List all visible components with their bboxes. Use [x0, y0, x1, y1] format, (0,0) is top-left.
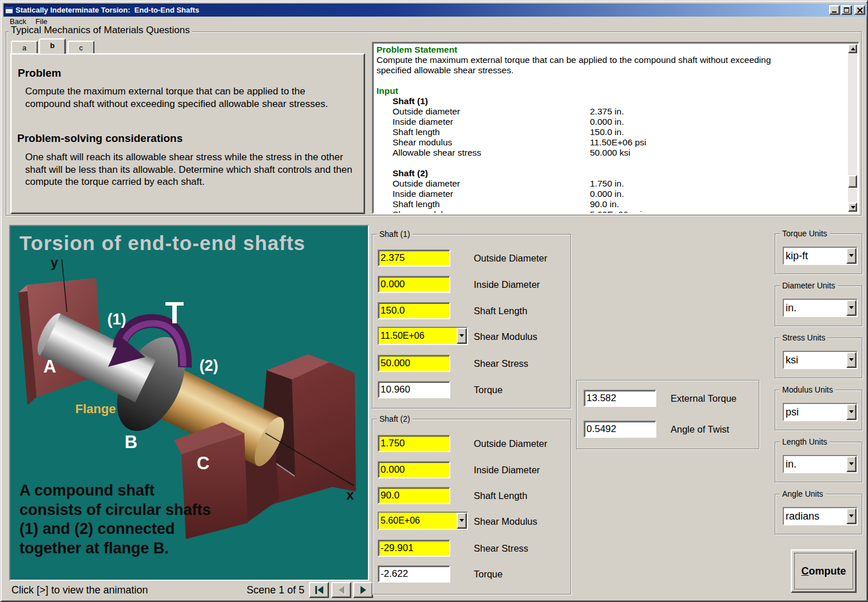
- shaft1-torque-input[interactable]: [378, 381, 450, 398]
- statement-shaft2-heading: Shaft (2): [393, 168, 834, 179]
- statement-row: Shaft length90.0 in.: [393, 199, 834, 209]
- shaft1-inside-diameter-input[interactable]: [378, 276, 450, 293]
- previous-scene-icon: [339, 586, 344, 594]
- stress-units-dropdown-button[interactable]: [846, 352, 857, 368]
- animation-bar: Click [>] to view the animation Scene 1 …: [9, 581, 369, 600]
- shaft2-inside-diameter-input[interactable]: [378, 461, 450, 478]
- maximize-button[interactable]: [841, 5, 852, 15]
- shaft2-length-label: Shaft Length: [474, 490, 528, 501]
- next-scene-button[interactable]: [353, 582, 373, 598]
- shaft1-shear-modulus-input[interactable]: [379, 328, 457, 344]
- row-value: 90.0 in.: [590, 199, 619, 209]
- shaft2-shear-modulus-dropdown-button[interactable]: [457, 513, 467, 529]
- shaft2-torque-input[interactable]: [378, 565, 450, 583]
- modulus-units-title: Modulus Units: [780, 385, 835, 394]
- tab-c[interactable]: c: [68, 41, 94, 54]
- modulus-units-input[interactable]: [784, 404, 846, 420]
- row-label: Outside diameter: [393, 106, 460, 116]
- shaft1-shear-stress-input[interactable]: [378, 355, 450, 372]
- angle-units-groupbox: Angle Units: [775, 494, 862, 534]
- minimize-icon: [832, 11, 837, 13]
- row-label: Shear modulus: [393, 137, 452, 147]
- torque-units-input[interactable]: [784, 248, 846, 264]
- length-units-input[interactable]: [784, 456, 846, 472]
- row-value: 0.000 in.: [590, 117, 624, 127]
- compute-button[interactable]: Compute: [791, 549, 857, 593]
- shaft1-torque-label: Torque: [474, 385, 502, 395]
- illustration-title: Torsion of end-to-end shafts: [19, 232, 306, 255]
- modulus-units-dropdown-button[interactable]: [846, 404, 857, 420]
- external-torque-input[interactable]: [584, 390, 656, 407]
- next-scene-icon: [360, 586, 366, 594]
- modulus-units-combo[interactable]: [783, 403, 858, 421]
- row-label: Shear modulus: [393, 209, 452, 214]
- chevron-down-icon: [849, 254, 854, 257]
- titlebar[interactable]: Statically Indeterminate Torsion: End-to…: [3, 3, 867, 17]
- questions-group-title: Typical Mechanics of Materials Questions: [9, 26, 192, 35]
- chevron-down-icon: [849, 306, 854, 309]
- compute-label-accelerator: C: [802, 565, 809, 577]
- considerations-heading: Problem-solving considerations: [17, 132, 183, 145]
- length-units-dropdown-button[interactable]: [846, 456, 857, 472]
- torque-units-dropdown-button[interactable]: [846, 248, 857, 264]
- shaft2-shear-modulus-input[interactable]: [379, 513, 457, 529]
- angle-units-input[interactable]: [784, 508, 846, 524]
- shaft1-shear-stress-label: Shear Stress: [474, 358, 528, 369]
- row-label: Allowable shear stress: [393, 148, 481, 157]
- shaft2-shear-modulus-combo[interactable]: [378, 512, 468, 530]
- chevron-down-icon: [849, 410, 854, 413]
- row-label: Shaft length: [393, 127, 440, 137]
- diameter-units-combo[interactable]: [783, 299, 858, 317]
- label-flange: Flange: [76, 402, 116, 416]
- close-icon: [857, 7, 862, 13]
- scroll-thumb[interactable]: [848, 175, 857, 188]
- stress-units-combo[interactable]: [783, 351, 858, 369]
- statement-scrollbar[interactable]: [848, 44, 857, 212]
- row-value: 50.000 ksi: [590, 148, 631, 158]
- tab-a[interactable]: a: [11, 41, 38, 54]
- length-units-combo[interactable]: [783, 455, 858, 473]
- tab-b[interactable]: b: [39, 38, 66, 54]
- arrow-up-icon: [851, 47, 855, 50]
- angle-units-combo[interactable]: [783, 507, 858, 525]
- previous-scene-button[interactable]: [331, 582, 351, 598]
- length-units-title: Length Units: [780, 437, 830, 446]
- chevron-down-icon: [849, 514, 854, 517]
- row-value: 2.375 in.: [590, 106, 624, 117]
- shaft2-shear-modulus-label: Shear Modulus: [474, 516, 537, 527]
- problem-statement-box[interactable]: Problem Statement Compute the maximum ex…: [372, 42, 859, 214]
- scroll-down-button[interactable]: [848, 203, 857, 212]
- torque-units-combo[interactable]: [783, 247, 858, 265]
- first-scene-button[interactable]: [309, 582, 329, 598]
- statement-heading: Problem Statement: [376, 45, 834, 55]
- app-icon: [5, 7, 13, 14]
- angle-units-dropdown-button[interactable]: [846, 508, 857, 524]
- problem-text: Compute the maximum external torque that…: [25, 85, 337, 110]
- results-groupbox: External Torque Angle of Twist: [576, 380, 759, 449]
- shaft1-shear-modulus-dropdown-button[interactable]: [457, 328, 467, 344]
- chevron-down-icon: [459, 519, 464, 522]
- shaft2-length-input[interactable]: [378, 487, 450, 504]
- close-button[interactable]: [854, 5, 865, 15]
- label-shaft-2: (2): [200, 357, 219, 374]
- stress-units-input[interactable]: [784, 352, 846, 368]
- shaft1-shear-modulus-label: Shear Modulus: [474, 331, 537, 342]
- angle-of-twist-input[interactable]: [584, 421, 656, 438]
- stress-units-title: Stress Units: [780, 333, 827, 342]
- diameter-units-dropdown-button[interactable]: [846, 300, 857, 316]
- shaft1-shear-modulus-combo[interactable]: [378, 327, 468, 345]
- shaft1-outside-diameter-input[interactable]: [378, 249, 450, 267]
- scroll-up-button[interactable]: [848, 44, 857, 53]
- diameter-units-title: Diameter Units: [780, 281, 838, 290]
- shaft2-shear-stress-input[interactable]: [378, 540, 450, 557]
- minimize-button[interactable]: [829, 5, 840, 15]
- shaft2-outside-diameter-input[interactable]: [378, 435, 450, 452]
- statement-row: Allowable shear stress50.000 ksi: [393, 148, 834, 158]
- statement-input-heading: Input: [376, 86, 834, 96]
- diameter-units-input[interactable]: [784, 300, 846, 316]
- problem-statement-content: Problem Statement Compute the maximum ex…: [376, 45, 834, 214]
- shaft1-length-input[interactable]: [378, 302, 450, 319]
- shaft2-torque-label: Torque: [474, 569, 502, 580]
- row-value: 11.50E+06 psi: [590, 137, 646, 148]
- shaft2-group-title: Shaft (2): [377, 414, 413, 423]
